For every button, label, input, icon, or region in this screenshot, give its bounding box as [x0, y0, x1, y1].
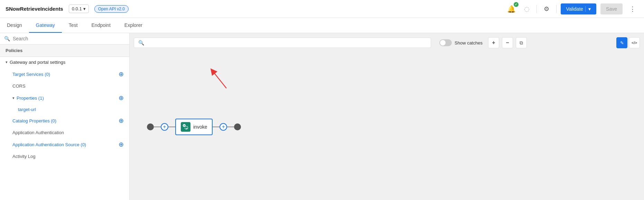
invoke-node[interactable]: invoke: [175, 119, 213, 135]
open-api-badge: Open API v2.0: [94, 5, 129, 13]
flow-end-node: [234, 123, 241, 130]
more-button[interactable]: ⋮: [627, 4, 638, 14]
app-name: SNowRetrieveIncidents: [6, 6, 63, 12]
header-divider2: [556, 5, 557, 13]
canvas-search-icon: 🔍: [138, 40, 144, 46]
canvas-search-input[interactable]: [147, 40, 427, 46]
sidebar-item-app-auth-source[interactable]: Application Authentication Source (0) ⊕: [0, 138, 129, 151]
tab-explorer[interactable]: Explorer: [118, 18, 149, 33]
sidebar-item-catalog-properties[interactable]: Catalog Properties (0) ⊕: [0, 114, 129, 127]
zoom-in-icon[interactable]: +: [488, 37, 499, 48]
sidebar-item-cors[interactable]: CORS: [0, 81, 129, 91]
connector-3: [213, 127, 220, 127]
code-icon[interactable]: </>: [629, 37, 640, 48]
validate-button[interactable]: Validate ▾: [561, 3, 597, 14]
connector-1: [154, 127, 161, 127]
show-catches-label: Show catches: [455, 40, 483, 46]
sidebar-item-app-auth[interactable]: Application Authentication: [0, 127, 129, 138]
invoke-icon: [181, 122, 190, 132]
sidebar-item-target-services[interactable]: Target Services (0) ⊕: [0, 68, 129, 81]
add-catalog-properties-icon[interactable]: ⊕: [119, 117, 124, 124]
tab-test[interactable]: Test: [62, 18, 85, 33]
sidebar-item-properties[interactable]: ▾ Properties (1) ⊕: [0, 91, 129, 104]
target-services-label: Target Services (0): [12, 72, 50, 77]
target-url-label: target-url: [18, 107, 36, 112]
canvas-search-container: 🔍: [134, 38, 431, 48]
canvas-toolbar: 🔍 Show catches + − ⧉: [134, 37, 640, 48]
annotation-arrow: [206, 64, 233, 92]
sidebar-item-activity-log[interactable]: Activity Log: [0, 151, 129, 162]
gateway-group-chevron-icon: ▾: [6, 60, 8, 64]
add-node-before-invoke[interactable]: +: [161, 123, 168, 131]
app-auth-source-label: Application Authentication Source (0): [12, 142, 86, 147]
sidebar: 🔍 Policies ▾ Gateway and portal settings…: [0, 33, 130, 200]
add-app-auth-source-icon[interactable]: ⊕: [119, 141, 124, 148]
canvas-area: ✎ </> 🔍 Show catches + − ⧉ +: [130, 33, 644, 200]
status-check-icon: [514, 2, 519, 7]
sidebar-search-input[interactable]: [13, 36, 125, 41]
sidebar-search-container: 🔍: [0, 33, 129, 44]
invoke-label: invoke: [193, 124, 207, 130]
header: SNowRetrieveIncidents 0.0.1 ▾ Open API v…: [0, 0, 644, 18]
add-node-after-invoke[interactable]: +: [220, 123, 227, 131]
save-button[interactable]: Save: [600, 3, 623, 14]
tab-design[interactable]: Design: [0, 18, 29, 33]
edit-icon[interactable]: ✎: [616, 37, 627, 48]
svg-line-3: [213, 71, 226, 88]
canvas-top-right-icons: ✎ </>: [616, 37, 640, 48]
version-value: 0.0.1: [72, 6, 82, 11]
add-target-services-icon[interactable]: ⊕: [119, 70, 124, 78]
sidebar-item-target-url[interactable]: target-url: [0, 104, 129, 114]
catalog-properties-label: Catalog Properties (0): [12, 118, 56, 123]
gateway-group-header[interactable]: ▾ Gateway and portal settings: [0, 57, 129, 68]
add-properties-icon[interactable]: ⊕: [119, 94, 124, 102]
connector-4: [227, 127, 234, 127]
show-catches-toggle-container: Show catches: [439, 39, 483, 46]
policies-section-header: Policies: [0, 44, 129, 57]
header-divider: [536, 5, 537, 13]
flow-area: + invoke +: [130, 54, 644, 200]
version-chevron-icon: ▾: [83, 6, 86, 11]
svg-point-0: [184, 125, 185, 126]
properties-chevron-icon: ▾: [12, 96, 15, 100]
header-icons: 🔔 ◌ ⚙ Validate ▾ Save ⋮: [506, 3, 638, 14]
svg-point-1: [186, 128, 187, 129]
search-icon: 🔍: [4, 36, 10, 41]
flow-row: + invoke +: [147, 119, 241, 135]
properties-label: Properties (1): [17, 96, 44, 101]
status-icon[interactable]: 🔔: [506, 3, 517, 14]
show-catches-toggle[interactable]: [439, 39, 452, 46]
main-layout: 🔍 Policies ▾ Gateway and portal settings…: [0, 33, 644, 200]
tabs-bar: Design Gateway Test Endpoint Explorer: [0, 18, 644, 33]
validate-label: Validate: [566, 6, 584, 12]
gateway-group-label: Gateway and portal settings: [10, 60, 65, 65]
spinner-icon[interactable]: ◌: [521, 3, 532, 14]
version-selector[interactable]: 0.0.1 ▾: [69, 4, 89, 13]
validate-chevron-icon[interactable]: ▾: [585, 6, 591, 12]
zoom-out-icon[interactable]: −: [502, 37, 513, 48]
connector-2: [168, 127, 175, 127]
gear-icon[interactable]: ⚙: [541, 3, 552, 14]
copy-canvas-icon[interactable]: ⧉: [516, 37, 527, 48]
tab-endpoint[interactable]: Endpoint: [85, 18, 118, 33]
tab-gateway[interactable]: Gateway: [29, 18, 62, 33]
flow-start-node: [147, 123, 154, 130]
